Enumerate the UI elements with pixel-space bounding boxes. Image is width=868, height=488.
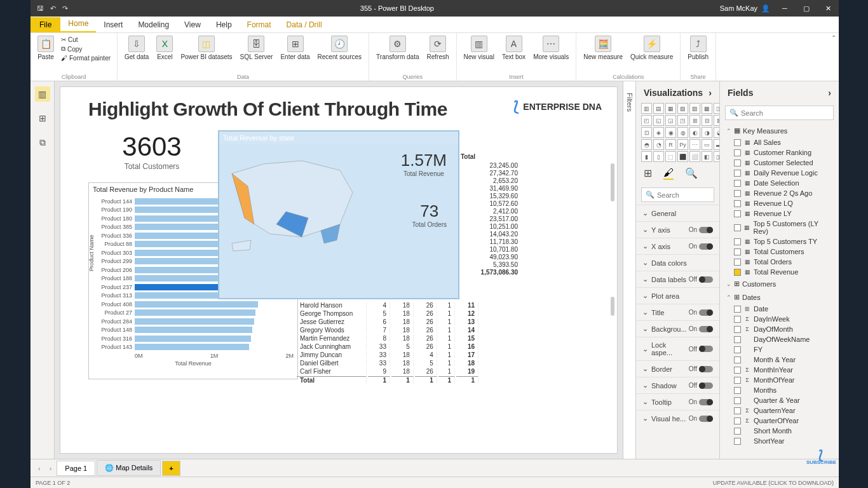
viz-type-icon[interactable]: ◰ xyxy=(641,115,652,126)
viz-type-icon[interactable]: ▦ xyxy=(665,103,676,114)
format-painter-button[interactable]: 🖌Format painter xyxy=(61,54,111,62)
tab-help[interactable]: Help xyxy=(208,17,240,32)
page-tab-map-details[interactable]: 🌐 Map Details xyxy=(97,460,161,476)
table-row[interactable]: Carl Fisher91826119 xyxy=(297,368,478,375)
checkbox[interactable] xyxy=(734,407,741,414)
field-item[interactable]: Month & Year xyxy=(722,355,836,365)
bar-row[interactable]: Product 27 xyxy=(135,309,294,318)
table-row[interactable]: Harold Hanson41826111 xyxy=(297,302,478,309)
field-table[interactable]: ⌄⊞Customers xyxy=(722,277,836,290)
format-section[interactable]: ⌄TooltipOn xyxy=(636,393,719,410)
checkbox[interactable] xyxy=(734,356,741,363)
toggle[interactable]: Off xyxy=(689,365,713,372)
field-item[interactable]: ▦Top 5 Customers (LY Rev) xyxy=(722,219,836,236)
checkbox[interactable] xyxy=(734,306,741,313)
field-item[interactable]: ⊞Date xyxy=(722,304,836,314)
viz-type-icon[interactable]: ▭ xyxy=(702,139,712,150)
table-row[interactable]: Martin Fernandez81826115 xyxy=(297,335,478,342)
tab-format[interactable]: Format xyxy=(240,17,279,32)
bar-row[interactable]: Product 143 xyxy=(135,343,294,352)
checkbox[interactable] xyxy=(734,200,741,207)
table-row[interactable]: Jimmy Duncan33184117 xyxy=(297,351,478,358)
user-name[interactable]: Sam McKay xyxy=(720,4,757,12)
viz-type-icon[interactable]: ◉ xyxy=(665,127,676,138)
text-box-button[interactable]: AText box xyxy=(499,34,529,62)
format-section[interactable]: ⌄Plot area xyxy=(636,287,719,304)
viz-type-icon[interactable]: ▩ xyxy=(702,103,712,114)
checkbox[interactable] xyxy=(734,367,741,374)
viz-type-icon[interactable]: ◳ xyxy=(677,115,688,126)
table-row[interactable]: Jesse Gutierrez61826113 xyxy=(297,318,478,325)
field-item[interactable]: ΣQuarternYear xyxy=(722,405,836,416)
field-table[interactable]: ⌃▦Key Measures xyxy=(722,124,836,137)
format-section[interactable]: ⌄Visual he...On xyxy=(636,410,719,426)
checkbox[interactable] xyxy=(734,377,741,384)
field-item[interactable]: ▦Total Orders xyxy=(722,257,836,267)
viz-type-icon[interactable]: ▥ xyxy=(641,103,652,114)
checkbox[interactable] xyxy=(734,269,741,276)
data-table[interactable]: Harold Hanson41826111George Thompson5182… xyxy=(295,301,480,385)
add-page-button[interactable]: + xyxy=(162,461,180,476)
toggle[interactable]: On xyxy=(689,398,713,405)
file-tab[interactable]: File xyxy=(31,17,60,32)
enter-data-button[interactable]: ⊞Enter data xyxy=(277,34,313,62)
redo-icon[interactable]: ↷ xyxy=(62,4,68,13)
format-search[interactable]: 🔍Search xyxy=(641,187,714,202)
toggle[interactable]: Off xyxy=(689,346,713,353)
checkbox[interactable] xyxy=(734,180,741,187)
viz-type-icon[interactable]: ◲ xyxy=(665,115,676,126)
fields-search[interactable]: 🔍Search xyxy=(725,105,834,120)
viz-type-icon[interactable]: ⬚ xyxy=(665,151,676,162)
field-item[interactable]: ΣDayOfMonth xyxy=(722,324,836,334)
data-view-icon[interactable]: ⊞ xyxy=(35,111,50,126)
field-item[interactable]: Quarter & Year xyxy=(722,395,836,405)
field-item[interactable]: ▦Total Revenue xyxy=(722,267,836,277)
checkbox[interactable] xyxy=(734,149,741,156)
viz-type-icon[interactable]: ▮ xyxy=(641,151,652,162)
format-section[interactable]: ⌄Lock aspe...Off xyxy=(636,337,719,360)
viz-type-icon[interactable]: ⊡ xyxy=(641,127,652,138)
copy-button[interactable]: ⧉Copy xyxy=(61,44,111,53)
chevron-right-icon[interactable]: › xyxy=(709,88,712,98)
more-visuals-button[interactable]: ⋯More visuals xyxy=(530,34,572,62)
field-item[interactable]: FY xyxy=(722,344,836,355)
model-view-icon[interactable]: ⧉ xyxy=(35,135,50,150)
map-visual[interactable]: Total Revenue by state 1.57M Total Reven… xyxy=(218,130,459,299)
toggle[interactable]: On xyxy=(689,243,713,250)
field-item[interactable]: ▦Customer Ranking xyxy=(722,147,836,158)
format-section[interactable]: ⌄X axisOn xyxy=(636,238,719,254)
checkbox[interactable] xyxy=(734,417,741,424)
toggle[interactable]: On xyxy=(689,309,713,316)
undo-icon[interactable]: ↶ xyxy=(50,4,56,13)
table-row[interactable]: Daniel Gilbert33185118 xyxy=(297,360,478,367)
fields-tab-icon[interactable]: ⊞ xyxy=(644,167,652,180)
field-item[interactable]: ▦Revenue LY xyxy=(722,208,836,219)
page-tab-1[interactable]: Page 1 xyxy=(57,461,95,476)
field-item[interactable]: ΣMonthInYear xyxy=(722,365,836,375)
field-item[interactable]: Months xyxy=(722,385,836,395)
scrollbar[interactable] xyxy=(611,163,614,201)
bar-row[interactable]: Product 148 xyxy=(135,326,294,335)
field-table[interactable]: ⌃⊞Dates xyxy=(722,290,836,304)
field-item[interactable]: ΣDayInWeek xyxy=(722,314,836,324)
format-section[interactable]: ⌄BorderOff xyxy=(636,360,719,377)
format-section[interactable]: ⌄Data colors xyxy=(636,254,719,271)
tab-modeling[interactable]: Modeling xyxy=(130,17,177,32)
recent-sources-button[interactable]: 🕘Recent sources xyxy=(315,34,365,62)
viz-type-icon[interactable]: ▯ xyxy=(653,151,664,162)
format-section[interactable]: ⌄General xyxy=(636,205,719,221)
viz-type-icon[interactable]: ◈ xyxy=(653,127,664,138)
checkbox[interactable] xyxy=(734,346,741,353)
viz-type-icon[interactable]: ◑ xyxy=(702,127,712,138)
toggle[interactable]: On xyxy=(689,415,713,422)
format-section[interactable]: ⌄Data labelsOff xyxy=(636,271,719,287)
excel-button[interactable]: XExcel xyxy=(153,34,176,62)
viz-type-icon[interactable]: ▤ xyxy=(653,103,664,114)
field-item[interactable]: ΣMonthOfYear xyxy=(722,375,836,385)
bar-row[interactable]: Product 408 xyxy=(135,300,294,309)
checkbox[interactable] xyxy=(734,326,741,333)
field-item[interactable]: DayOfWeekName xyxy=(722,334,836,344)
quick-measure-button[interactable]: ⚡Quick measure xyxy=(627,34,676,62)
checkbox[interactable] xyxy=(734,397,741,404)
format-section[interactable]: ⌄Y axisOn xyxy=(636,221,719,238)
